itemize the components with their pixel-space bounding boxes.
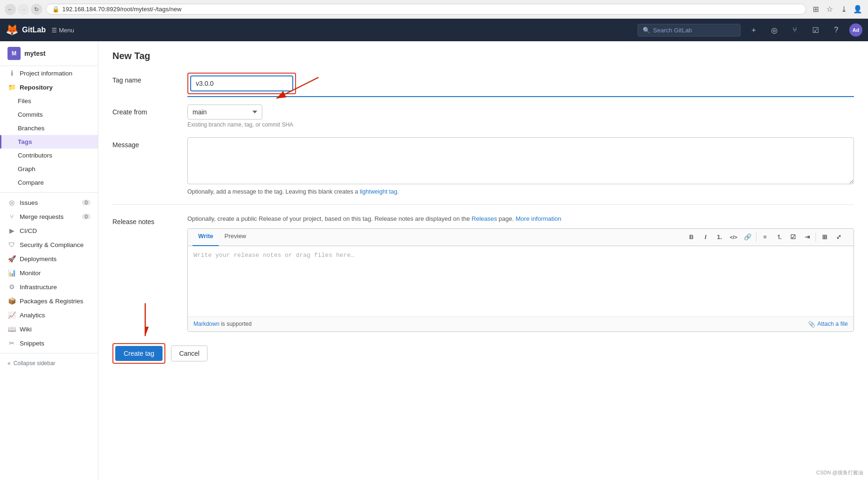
code-button[interactable]: </> (727, 231, 740, 244)
fullscreen-button[interactable]: ⤢ (832, 231, 845, 244)
sidebar-item-security-compliance[interactable]: 🛡 Security & Compliance (0, 238, 98, 252)
content-area: New Tag Tag name (98, 41, 868, 480)
sidebar-label-packages-registries: Packages & Registries (20, 298, 83, 305)
release-notes-label: Release notes (112, 214, 187, 225)
gitlab-logo[interactable]: 🦊 GitLab (6, 24, 46, 36)
sidebar-item-merge-requests[interactable]: ⑂ Merge requests 0 (0, 210, 98, 224)
forward-button[interactable]: → (18, 4, 29, 15)
infrastructure-icon: ⚙ (7, 283, 16, 291)
shield-icon: 🛡 (7, 241, 16, 248)
sidebar-item-graph[interactable]: Graph (0, 162, 98, 176)
editor-tab-write[interactable]: Write (193, 229, 219, 246)
help-button[interactable]: ? (829, 22, 844, 38)
download-icon[interactable]: ⤓ (838, 4, 849, 15)
menu-button[interactable]: ☰ Menu (52, 27, 74, 34)
create-tag-button[interactable]: Create tag (115, 346, 163, 361)
back-button[interactable]: ← (5, 4, 16, 15)
todo-button[interactable]: ☑ (808, 22, 823, 38)
menu-label: Menu (59, 27, 74, 34)
italic-button[interactable]: I (699, 231, 712, 244)
create-button[interactable]: ＋ (746, 22, 761, 38)
project-avatar: M (7, 47, 21, 60)
hamburger-icon: ☰ (52, 27, 57, 34)
task-list-button[interactable]: ☑ (786, 231, 800, 244)
sidebar-item-monitor[interactable]: 📊 Monitor (0, 266, 98, 280)
sidebar: M mytest ℹ Project information 📁 Reposit… (0, 41, 98, 480)
profile-icon[interactable]: 👤 (852, 4, 863, 15)
info-icon: ℹ (7, 69, 16, 77)
sidebar-label-cicd: CI/CD (20, 227, 37, 234)
sidebar-item-repository[interactable]: 📁 Repository (0, 80, 98, 94)
message-textarea[interactable] (187, 137, 854, 184)
sidebar-divider-2 (0, 353, 98, 353)
editor-tabs: Write Preview B I 1. </> 🔗 (188, 229, 853, 246)
search-placeholder: Search GitLab (653, 27, 692, 34)
attach-file-label: Attach a file (817, 321, 848, 327)
address-bar[interactable]: 🔒 192.168.184.70:8929/root/mytest/-/tags… (46, 4, 806, 15)
sidebar-item-infrastructure[interactable]: ⚙ Infrastructure (0, 280, 98, 294)
sidebar-label-tags: Tags (18, 138, 32, 145)
sidebar-item-compare[interactable]: Compare (0, 176, 98, 189)
release-notes-row: Release notes Optionally, create a publi… (112, 214, 854, 332)
issues-button[interactable]: ◎ (767, 22, 782, 38)
search-bar[interactable]: 🔍 Search GitLab (638, 24, 741, 37)
tag-name-input[interactable] (190, 75, 293, 91)
sidebar-item-deployments[interactable]: 🚀 Deployments (0, 252, 98, 266)
folder-icon: 📁 (7, 83, 16, 91)
number-list-button[interactable]: ⒈ (772, 231, 786, 244)
sidebar-item-files[interactable]: Files (0, 94, 98, 108)
sidebar-item-packages-registries[interactable]: 📦 Packages & Registries (0, 294, 98, 308)
table-button[interactable]: ⊞ (818, 231, 831, 244)
create-tag-action-wrap: Create tag (112, 343, 165, 364)
reload-button[interactable]: ↻ (31, 4, 42, 15)
ordered-list-button[interactable]: 1. (713, 231, 726, 244)
sidebar-item-snippets[interactable]: ✂ Snippets (0, 336, 98, 350)
user-avatar[interactable]: Ad (849, 23, 862, 37)
markdown-link[interactable]: Markdown (193, 321, 219, 327)
lightweight-tag-link[interactable]: lightweight tag (360, 188, 397, 195)
merge-icon: ⑂ (7, 213, 16, 220)
message-hint: Optionally, add a message to the tag. Le… (187, 188, 854, 195)
sidebar-item-wiki[interactable]: 📖 Wiki (0, 322, 98, 336)
sidebar-item-cicd[interactable]: ▶ CI/CD (0, 224, 98, 238)
sidebar-item-issues[interactable]: ◎ Issues 0 (0, 195, 98, 210)
sidebar-item-commits[interactable]: Commits (0, 108, 98, 121)
merge-request-button[interactable]: ⑂ (787, 22, 802, 38)
extensions-icon[interactable]: ⊞ (810, 4, 821, 15)
editor-body[interactable]: Write your release notes or drag files h… (188, 246, 853, 316)
indent-button[interactable]: ⇥ (801, 231, 814, 244)
sidebar-item-analytics[interactable]: 📈 Analytics (0, 308, 98, 322)
attach-file-button[interactable]: 📎 Attach a file (808, 321, 848, 328)
editor-tab-preview[interactable]: Preview (219, 229, 252, 246)
sidebar-item-project-information[interactable]: ℹ Project information (0, 66, 98, 80)
top-nav: 🦊 GitLab ☰ Menu 🔍 Search GitLab ＋ ◎ ⑂ ☑ … (0, 19, 868, 41)
url-text: 192.168.184.70:8929/root/mytest/-/tags/n… (62, 6, 181, 13)
bullet-list-button[interactable]: ≡ (758, 231, 772, 244)
app-name: GitLab (22, 26, 46, 34)
release-notes-wrap: Optionally, create a public Release of y… (187, 214, 854, 332)
sidebar-project[interactable]: M mytest (0, 41, 98, 66)
editor-placeholder: Write your release notes or drag files h… (188, 246, 853, 264)
collapse-sidebar-button[interactable]: « Collapse sidebar (0, 356, 98, 370)
toolbar-sep-2 (816, 232, 816, 242)
more-information-link[interactable]: More information (516, 215, 562, 222)
deployments-icon: 🚀 (7, 255, 16, 262)
fox-icon: 🦊 (6, 24, 18, 36)
star-icon[interactable]: ☆ (824, 4, 835, 15)
app: 🦊 GitLab ☰ Menu 🔍 Search GitLab ＋ ◎ ⑂ ☑ … (0, 19, 868, 480)
security-icon: 🔒 (52, 6, 59, 13)
sidebar-label-merge-requests: Merge requests (20, 213, 64, 220)
bold-button[interactable]: B (685, 231, 698, 244)
issues-badge: 0 (82, 200, 90, 205)
sidebar-item-tags[interactable]: Tags (0, 135, 98, 149)
create-from-select[interactable]: main develop (187, 105, 262, 120)
snippets-icon: ✂ (7, 339, 16, 347)
cancel-button[interactable]: Cancel (171, 345, 208, 361)
releases-link[interactable]: Releases (472, 215, 497, 222)
sidebar-item-branches[interactable]: Branches (0, 121, 98, 135)
sidebar-item-contributors[interactable]: Contributors (0, 149, 98, 162)
create-from-label: Create from (112, 105, 187, 116)
link-button[interactable]: 🔗 (741, 231, 754, 244)
release-notes-editor: Write Preview B I 1. </> 🔗 (187, 228, 854, 332)
editor-toolbar: B I 1. </> 🔗 ≡ ⒈ ☑ ⇥ (681, 229, 849, 246)
